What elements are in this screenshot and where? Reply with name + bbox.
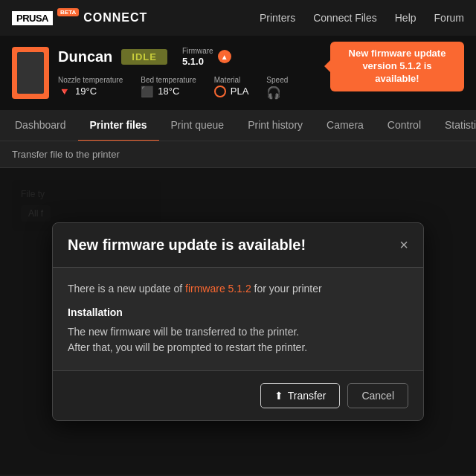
beta-badge: BETA: [57, 8, 79, 16]
nozzle-icon: 🔻: [58, 86, 71, 97]
bed-value: 18°C: [158, 86, 179, 97]
nav-forum[interactable]: Forum: [434, 12, 464, 24]
dialog-header: New firmware update is available! ×: [53, 223, 423, 267]
bed-temp: Bed temperature ⬛ 18°C: [141, 76, 196, 100]
content-area: File ty All f New firmware update is ava…: [0, 168, 476, 475]
dialog-body: There is a new update of firmware 5.1.2 …: [53, 267, 423, 370]
installation-label: Installation: [68, 306, 408, 318]
firmware-label: Firmware: [182, 47, 213, 56]
printer-info: Duncan IDLE Firmware 5.1.0 ▲ Nozzle temp…: [58, 47, 288, 100]
dialog-title: New firmware update is available!: [68, 237, 306, 254]
nav-links: Printers Connect Files Help Forum: [260, 12, 464, 24]
prusa-logo: PRUSA: [12, 11, 53, 25]
tab-control[interactable]: Control: [376, 110, 433, 141]
tab-print-queue[interactable]: Print queue: [159, 110, 237, 141]
transfer-button[interactable]: ⬆ Transfer: [260, 383, 341, 408]
page-subtitle: Transfer file to the printer: [0, 141, 476, 168]
firmware-update-dialog: New firmware update is available! × Ther…: [52, 222, 424, 421]
material-value: PLA: [231, 86, 249, 97]
cancel-button[interactable]: Cancel: [347, 383, 408, 408]
tab-statistics[interactable]: Statistics: [433, 110, 476, 141]
connect-logo: CONNECT: [83, 11, 147, 25]
speed-icon: 🎧: [266, 86, 281, 100]
speed-label: Speed: [266, 76, 288, 84]
upload-icon: ⬆: [274, 390, 283, 402]
firmware-info: Firmware 5.1.0 ▲: [182, 47, 231, 67]
printer-thumbnail: [12, 47, 49, 99]
dialog-footer: ⬆ Transfer Cancel: [53, 370, 423, 420]
printer-stats: Nozzle temperature 🔻 19°C Bed temperatur…: [58, 76, 288, 100]
material: Material PLA: [214, 76, 249, 100]
firmware-version: 5.1.0: [182, 56, 213, 67]
status-badge: IDLE: [121, 49, 167, 65]
nav-connect-files[interactable]: Connect Files: [313, 12, 377, 24]
top-nav: PRUSA BETA CONNECT Printers Connect File…: [0, 0, 476, 36]
nozzle-temp: Nozzle temperature 🔻 19°C: [58, 76, 123, 100]
speed: Speed 🎧: [266, 76, 288, 100]
logo-area: PRUSA BETA CONNECT: [12, 11, 147, 25]
tab-camera[interactable]: Camera: [315, 110, 376, 141]
dialog-close-button[interactable]: ×: [399, 237, 408, 252]
tabs-bar: Dashboard Printer files Print queue Prin…: [0, 110, 476, 141]
firmware-update-icon[interactable]: ▲: [218, 50, 231, 63]
tab-dashboard[interactable]: Dashboard: [3, 110, 78, 141]
printer-header: Duncan IDLE Firmware 5.1.0 ▲ Nozzle temp…: [0, 36, 476, 110]
printer-name: Duncan: [58, 48, 112, 65]
nozzle-label: Nozzle temperature: [58, 76, 123, 84]
installation-text: The new firmware will be transferred to …: [68, 324, 408, 356]
material-label: Material: [214, 76, 249, 84]
firmware-tooltip: New firmware update version 5.1.2 is ava…: [330, 42, 464, 91]
material-icon: [214, 86, 226, 97]
bed-label: Bed temperature: [141, 76, 196, 84]
tab-printer-files[interactable]: Printer files: [78, 110, 159, 141]
nozzle-value: 19°C: [75, 86, 97, 97]
modal-overlay: New firmware update is available! × Ther…: [0, 168, 476, 475]
tab-print-history[interactable]: Print history: [236, 110, 315, 141]
dialog-description: There is a new update of firmware 5.1.2 …: [68, 283, 408, 295]
bed-icon: ⬛: [141, 86, 153, 97]
nav-printers[interactable]: Printers: [260, 12, 295, 24]
nav-help[interactable]: Help: [395, 12, 416, 24]
firmware-link[interactable]: firmware 5.1.2: [185, 283, 251, 295]
